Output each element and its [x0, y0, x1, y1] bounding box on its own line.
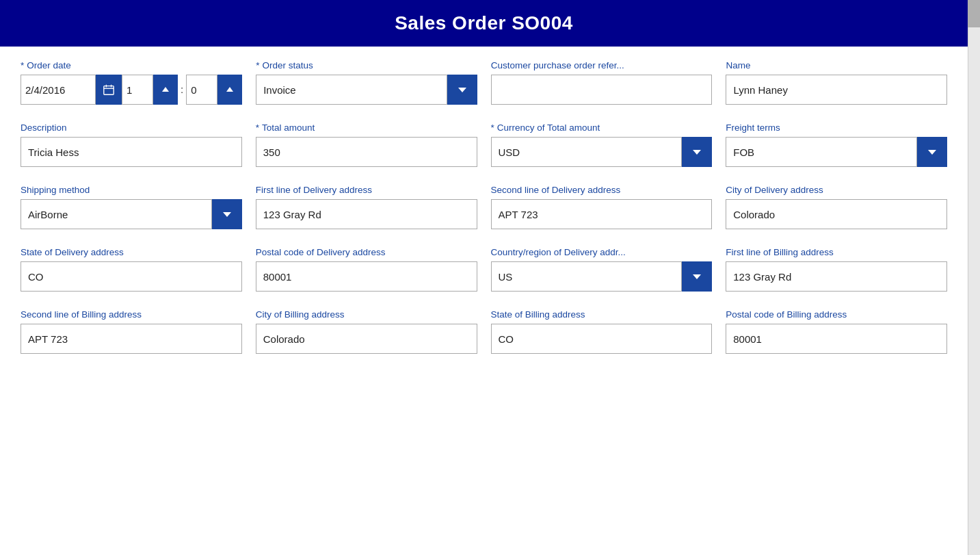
currency-group: *Currency of Total amount	[491, 122, 713, 167]
delivery-addr1-input[interactable]	[256, 199, 477, 229]
delivery-country-group: Country/region of Delivery addr...	[491, 247, 713, 292]
customer-po-group: Customer purchase order refer...	[491, 60, 713, 105]
billing-postal-label: Postal code of Billing address	[726, 309, 947, 320]
freight-terms-dropdown-button[interactable]	[917, 137, 947, 167]
freight-terms-group: Freight terms	[726, 122, 947, 167]
order-status-dropdown-button[interactable]	[447, 75, 477, 105]
description-group: Description	[21, 122, 242, 167]
svg-marker-6	[458, 88, 466, 92]
svg-rect-0	[104, 86, 114, 95]
order-date-input[interactable]	[21, 75, 96, 105]
hour-spinner-button[interactable]	[153, 75, 178, 105]
svg-marker-10	[693, 274, 701, 279]
delivery-state-input[interactable]	[21, 261, 242, 292]
svg-marker-5	[226, 87, 233, 92]
billing-state-input[interactable]	[491, 324, 713, 354]
order-status-input[interactable]	[256, 75, 447, 105]
billing-city-input[interactable]	[256, 324, 477, 354]
order-date-group: *Order date :	[21, 60, 242, 105]
billing-state-label: State of Billing address	[491, 309, 713, 320]
total-amount-label: *Total amount	[256, 122, 477, 133]
order-minute-input[interactable]	[186, 75, 217, 105]
svg-marker-4	[162, 87, 169, 92]
delivery-city-input[interactable]	[726, 199, 947, 229]
delivery-state-group: State of Delivery address	[21, 247, 242, 292]
freight-terms-input[interactable]	[726, 137, 917, 167]
billing-addr1-label: First line of Billing address	[726, 247, 947, 257]
delivery-country-input[interactable]	[491, 261, 683, 292]
shipping-method-input[interactable]	[21, 199, 212, 229]
delivery-postal-group: Postal code of Delivery address	[256, 247, 477, 292]
scrollbar-thumb[interactable]	[968, 0, 980, 27]
delivery-city-label: City of Delivery address	[726, 185, 947, 195]
order-date-label: *Order date	[21, 60, 242, 70]
shipping-method-group: Shipping method	[21, 185, 242, 229]
description-label: Description	[21, 122, 242, 133]
calendar-button[interactable]	[96, 75, 122, 105]
customer-po-label: Customer purchase order refer...	[491, 60, 713, 70]
svg-marker-9	[223, 212, 231, 217]
billing-postal-input[interactable]	[726, 324, 947, 354]
delivery-postal-label: Postal code of Delivery address	[256, 247, 477, 257]
order-status-group: *Order status	[256, 60, 477, 105]
total-amount-group: *Total amount	[256, 122, 477, 167]
delivery-addr1-label: First line of Delivery address	[256, 185, 477, 195]
currency-input[interactable]	[491, 137, 683, 167]
currency-label: *Currency of Total amount	[491, 122, 713, 133]
name-group: Name	[726, 60, 947, 105]
freight-terms-label: Freight terms	[726, 122, 947, 133]
delivery-addr2-label: Second line of Delivery address	[491, 185, 713, 195]
svg-marker-8	[928, 150, 936, 155]
billing-addr1-group: First line of Billing address	[726, 247, 947, 292]
shipping-method-label: Shipping method	[21, 185, 242, 195]
delivery-state-label: State of Delivery address	[21, 247, 242, 257]
svg-marker-7	[693, 150, 701, 155]
billing-state-group: State of Billing address	[491, 309, 713, 354]
order-hour-input[interactable]	[122, 75, 153, 105]
description-input[interactable]	[21, 137, 242, 167]
billing-city-group: City of Billing address	[256, 309, 477, 354]
billing-city-label: City of Billing address	[256, 309, 477, 320]
delivery-country-dropdown-button[interactable]	[682, 261, 712, 292]
page-title: Sales Order SO004	[0, 0, 968, 47]
minute-spinner-button[interactable]	[217, 75, 242, 105]
billing-addr2-group: Second line of Billing address	[21, 309, 242, 354]
billing-addr2-input[interactable]	[21, 324, 242, 354]
currency-dropdown-button[interactable]	[682, 137, 712, 167]
scrollbar[interactable]	[968, 0, 980, 555]
delivery-postal-input[interactable]	[256, 261, 477, 292]
delivery-addr2-group: Second line of Delivery address	[491, 185, 713, 229]
order-status-label: *Order status	[256, 60, 477, 70]
delivery-city-group: City of Delivery address	[726, 185, 947, 229]
delivery-country-label: Country/region of Delivery addr...	[491, 247, 713, 257]
total-amount-input[interactable]	[256, 137, 477, 167]
billing-addr1-input[interactable]	[726, 261, 947, 292]
delivery-addr1-group: First line of Delivery address	[256, 185, 477, 229]
name-input[interactable]	[726, 75, 947, 105]
billing-addr2-label: Second line of Billing address	[21, 309, 242, 320]
billing-postal-group: Postal code of Billing address	[726, 309, 947, 354]
customer-po-input[interactable]	[491, 75, 713, 105]
shipping-method-dropdown-button[interactable]	[212, 199, 242, 229]
name-label: Name	[726, 60, 947, 70]
delivery-addr2-input[interactable]	[491, 199, 713, 229]
